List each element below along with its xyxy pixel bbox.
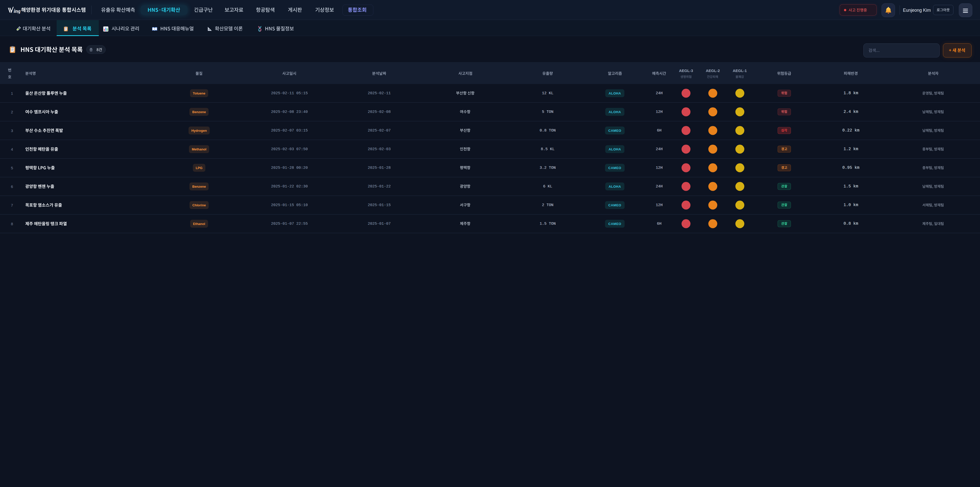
svg-text:ing: ing	[14, 8, 21, 14]
